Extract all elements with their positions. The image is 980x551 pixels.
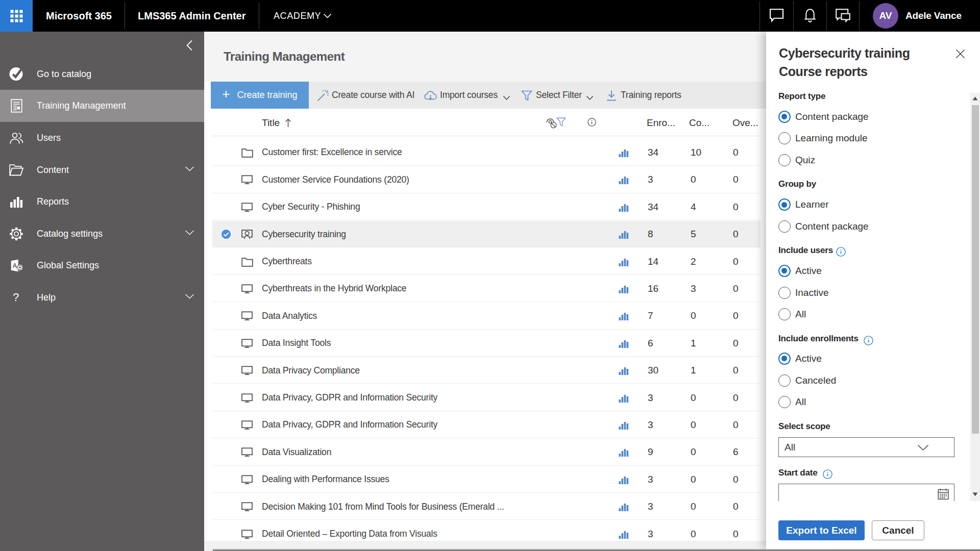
svg-text:?: ? [13, 291, 19, 304]
svg-text:A: A [13, 262, 17, 269]
